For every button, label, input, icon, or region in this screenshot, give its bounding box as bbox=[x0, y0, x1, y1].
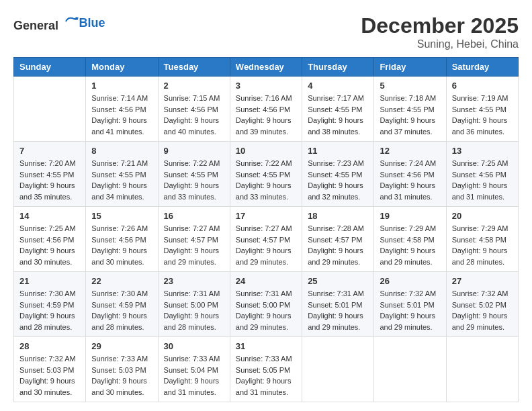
day-number: 23 bbox=[164, 276, 224, 286]
day-info: Sunrise: 7:32 AMSunset: 5:01 PMDaylight:… bbox=[380, 288, 440, 332]
calendar-cell: 12Sunrise: 7:24 AMSunset: 4:56 PMDayligh… bbox=[374, 142, 446, 207]
logo: General Blue bbox=[13, 13, 105, 33]
day-info: Sunrise: 7:15 AMSunset: 4:56 PMDaylight:… bbox=[164, 93, 224, 137]
calendar-cell bbox=[446, 337, 518, 402]
day-info: Sunrise: 7:33 AMSunset: 5:05 PMDaylight:… bbox=[236, 353, 296, 398]
day-number: 10 bbox=[236, 146, 296, 156]
day-info: Sunrise: 7:26 AMSunset: 4:56 PMDaylight:… bbox=[91, 223, 152, 267]
day-number: 25 bbox=[308, 276, 368, 286]
calendar-cell: 22Sunrise: 7:30 AMSunset: 4:59 PMDayligh… bbox=[86, 272, 158, 337]
day-number: 31 bbox=[236, 341, 296, 351]
day-number: 20 bbox=[452, 211, 513, 221]
day-info: Sunrise: 7:16 AMSunset: 4:56 PMDaylight:… bbox=[236, 93, 296, 137]
day-number: 9 bbox=[164, 146, 224, 156]
day-number: 4 bbox=[308, 81, 368, 91]
day-number: 27 bbox=[452, 276, 513, 286]
day-info: Sunrise: 7:21 AMSunset: 4:55 PMDaylight:… bbox=[91, 158, 152, 202]
calendar-cell: 9Sunrise: 7:22 AMSunset: 4:55 PMDaylight… bbox=[158, 142, 230, 207]
day-number: 30 bbox=[164, 341, 224, 351]
calendar-cell: 6Sunrise: 7:19 AMSunset: 4:55 PMDaylight… bbox=[446, 77, 518, 142]
calendar-cell: 30Sunrise: 7:33 AMSunset: 5:04 PMDayligh… bbox=[158, 337, 230, 402]
day-number: 18 bbox=[308, 211, 368, 221]
day-info: Sunrise: 7:31 AMSunset: 5:00 PMDaylight:… bbox=[236, 288, 296, 332]
calendar-cell: 28Sunrise: 7:32 AMSunset: 5:03 PMDayligh… bbox=[14, 337, 86, 402]
day-info: Sunrise: 7:29 AMSunset: 4:58 PMDaylight:… bbox=[452, 223, 513, 267]
calendar-cell: 1Sunrise: 7:14 AMSunset: 4:56 PMDaylight… bbox=[86, 77, 158, 142]
calendar-cell: 27Sunrise: 7:32 AMSunset: 5:02 PMDayligh… bbox=[446, 272, 518, 337]
day-number: 22 bbox=[91, 276, 152, 286]
calendar-cell: 7Sunrise: 7:20 AMSunset: 4:55 PMDaylight… bbox=[14, 142, 86, 207]
calendar-week-5: 28Sunrise: 7:32 AMSunset: 5:03 PMDayligh… bbox=[14, 337, 519, 402]
day-info: Sunrise: 7:31 AMSunset: 5:00 PMDaylight:… bbox=[164, 288, 224, 332]
calendar-cell: 18Sunrise: 7:28 AMSunset: 4:57 PMDayligh… bbox=[302, 207, 374, 272]
calendar-header-saturday: Saturday bbox=[446, 58, 518, 77]
calendar-cell: 29Sunrise: 7:33 AMSunset: 5:03 PMDayligh… bbox=[86, 337, 158, 402]
calendar-cell: 13Sunrise: 7:25 AMSunset: 4:56 PMDayligh… bbox=[446, 142, 518, 207]
day-info: Sunrise: 7:30 AMSunset: 4:59 PMDaylight:… bbox=[91, 288, 152, 332]
day-number: 5 bbox=[380, 81, 440, 91]
day-info: Sunrise: 7:33 AMSunset: 5:03 PMDaylight:… bbox=[91, 353, 152, 398]
calendar-header-sunday: Sunday bbox=[14, 58, 86, 77]
calendar-cell: 16Sunrise: 7:27 AMSunset: 4:57 PMDayligh… bbox=[158, 207, 230, 272]
day-info: Sunrise: 7:24 AMSunset: 4:56 PMDaylight:… bbox=[380, 158, 440, 202]
day-number: 2 bbox=[164, 81, 224, 91]
calendar-header-row: SundayMondayTuesdayWednesdayThursdayFrid… bbox=[14, 58, 519, 77]
day-info: Sunrise: 7:29 AMSunset: 4:58 PMDaylight:… bbox=[380, 223, 440, 267]
day-number: 12 bbox=[380, 146, 440, 156]
logo-general: General bbox=[13, 19, 58, 32]
page-header: General Blue December 2025 Suning, Hebei… bbox=[13, 13, 519, 50]
calendar-week-1: 1Sunrise: 7:14 AMSunset: 4:56 PMDaylight… bbox=[14, 77, 519, 142]
day-number: 15 bbox=[91, 211, 152, 221]
day-number: 8 bbox=[91, 146, 152, 156]
calendar-cell: 25Sunrise: 7:31 AMSunset: 5:01 PMDayligh… bbox=[302, 272, 374, 337]
calendar-cell: 5Sunrise: 7:18 AMSunset: 4:55 PMDaylight… bbox=[374, 77, 446, 142]
day-info: Sunrise: 7:32 AMSunset: 5:03 PMDaylight:… bbox=[19, 353, 80, 398]
calendar-week-4: 21Sunrise: 7:30 AMSunset: 4:59 PMDayligh… bbox=[14, 272, 519, 337]
day-info: Sunrise: 7:20 AMSunset: 4:55 PMDaylight:… bbox=[19, 158, 80, 202]
title-section: December 2025 Suning, Hebei, China bbox=[361, 13, 519, 50]
calendar-cell: 15Sunrise: 7:26 AMSunset: 4:56 PMDayligh… bbox=[86, 207, 158, 272]
day-number: 19 bbox=[380, 211, 440, 221]
day-info: Sunrise: 7:18 AMSunset: 4:55 PMDaylight:… bbox=[380, 93, 440, 137]
day-number: 24 bbox=[236, 276, 296, 286]
day-number: 28 bbox=[19, 341, 80, 351]
day-number: 29 bbox=[91, 341, 152, 351]
day-number: 7 bbox=[19, 146, 80, 156]
day-info: Sunrise: 7:14 AMSunset: 4:56 PMDaylight:… bbox=[91, 93, 152, 137]
day-info: Sunrise: 7:22 AMSunset: 4:55 PMDaylight:… bbox=[236, 158, 296, 202]
day-info: Sunrise: 7:27 AMSunset: 4:57 PMDaylight:… bbox=[236, 223, 296, 267]
calendar-header-wednesday: Wednesday bbox=[230, 58, 302, 77]
day-number: 26 bbox=[380, 276, 440, 286]
day-info: Sunrise: 7:30 AMSunset: 4:59 PMDaylight:… bbox=[19, 288, 80, 332]
day-number: 13 bbox=[452, 146, 513, 156]
calendar-week-2: 7Sunrise: 7:20 AMSunset: 4:55 PMDaylight… bbox=[14, 142, 519, 207]
day-info: Sunrise: 7:19 AMSunset: 4:55 PMDaylight:… bbox=[452, 93, 513, 137]
day-number: 17 bbox=[236, 211, 296, 221]
day-info: Sunrise: 7:33 AMSunset: 5:04 PMDaylight:… bbox=[164, 353, 224, 398]
day-number: 6 bbox=[452, 81, 513, 91]
calendar-cell: 26Sunrise: 7:32 AMSunset: 5:01 PMDayligh… bbox=[374, 272, 446, 337]
calendar-header-tuesday: Tuesday bbox=[158, 58, 230, 77]
calendar-cell bbox=[302, 337, 374, 402]
day-number: 14 bbox=[19, 211, 80, 221]
day-info: Sunrise: 7:32 AMSunset: 5:02 PMDaylight:… bbox=[452, 288, 513, 332]
calendar-cell: 24Sunrise: 7:31 AMSunset: 5:00 PMDayligh… bbox=[230, 272, 302, 337]
day-number: 11 bbox=[308, 146, 368, 156]
calendar-cell: 14Sunrise: 7:25 AMSunset: 4:56 PMDayligh… bbox=[14, 207, 86, 272]
day-info: Sunrise: 7:23 AMSunset: 4:55 PMDaylight:… bbox=[308, 158, 368, 202]
calendar-header-thursday: Thursday bbox=[302, 58, 374, 77]
calendar-cell: 17Sunrise: 7:27 AMSunset: 4:57 PMDayligh… bbox=[230, 207, 302, 272]
day-info: Sunrise: 7:31 AMSunset: 5:01 PMDaylight:… bbox=[308, 288, 368, 332]
logo-icon bbox=[63, 13, 79, 30]
calendar-header-monday: Monday bbox=[86, 58, 158, 77]
day-number: 1 bbox=[91, 81, 152, 91]
calendar-cell bbox=[374, 337, 446, 402]
calendar-cell: 21Sunrise: 7:30 AMSunset: 4:59 PMDayligh… bbox=[14, 272, 86, 337]
day-number: 21 bbox=[19, 276, 80, 286]
day-info: Sunrise: 7:25 AMSunset: 4:56 PMDaylight:… bbox=[19, 223, 80, 267]
day-number: 16 bbox=[164, 211, 224, 221]
calendar-cell: 23Sunrise: 7:31 AMSunset: 5:00 PMDayligh… bbox=[158, 272, 230, 337]
month-title: December 2025 bbox=[361, 13, 519, 38]
day-info: Sunrise: 7:17 AMSunset: 4:55 PMDaylight:… bbox=[308, 93, 368, 137]
calendar-cell: 31Sunrise: 7:33 AMSunset: 5:05 PMDayligh… bbox=[230, 337, 302, 402]
